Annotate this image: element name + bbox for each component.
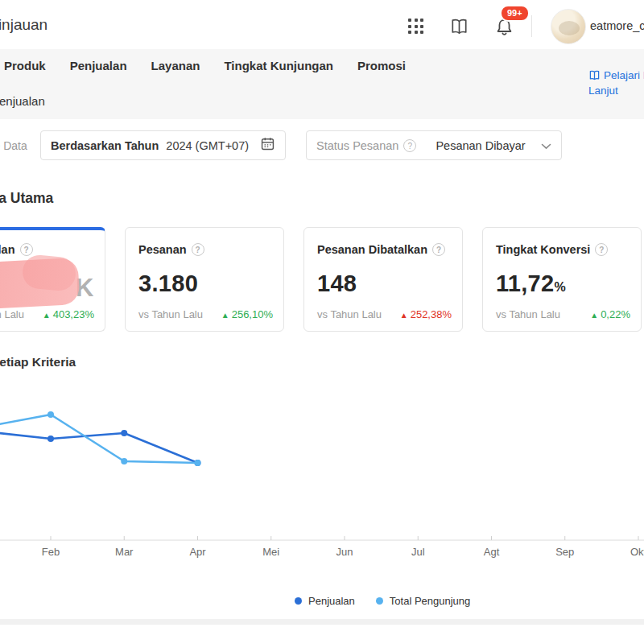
chart-svg: FebMarAprMeiJunJulAgtSepOkt bbox=[0, 378, 644, 564]
delta-value: ▲403,23% bbox=[43, 308, 94, 320]
page-title: Tinjauan bbox=[0, 16, 47, 34]
card-footer: vs Tahun Lalu ▲403,23% bbox=[0, 308, 94, 320]
svg-text:Apr: Apr bbox=[189, 546, 206, 558]
legend-label: Penjualan bbox=[308, 595, 355, 607]
learn-book-icon bbox=[588, 69, 601, 81]
redaction-marker bbox=[0, 258, 80, 311]
svg-text:Jul: Jul bbox=[411, 546, 425, 558]
chevron-down-icon bbox=[541, 138, 551, 153]
delta-text: 0,22% bbox=[601, 308, 630, 320]
delta-up-icon: ▲ bbox=[400, 311, 408, 320]
svg-text:Jun: Jun bbox=[336, 546, 353, 558]
section-title-data-utama: Data Utama bbox=[0, 190, 53, 207]
chart-legend: Penjualan Total Pengunjung bbox=[295, 595, 470, 607]
status-label: Status Pesanan bbox=[316, 139, 398, 152]
card-title-text: Pesanan bbox=[138, 243, 187, 256]
legend-dot-penjualan bbox=[295, 597, 302, 605]
avatar[interactable] bbox=[551, 9, 586, 44]
delta-text: 252,38% bbox=[411, 308, 452, 320]
tab-penjualan[interactable]: Penjualan bbox=[70, 59, 127, 72]
legend-dot-total-pengunjung bbox=[376, 597, 383, 605]
help-icon[interactable]: ? bbox=[432, 243, 445, 256]
vs-label: vs Tahun Lalu bbox=[496, 308, 560, 320]
nav-band: Produk Penjualan Layanan Tingkat Kunjung… bbox=[0, 49, 644, 119]
apps-grid-icon[interactable] bbox=[408, 19, 425, 35]
card-title-text: Penjualan bbox=[0, 243, 15, 256]
delta-up-icon: ▲ bbox=[590, 311, 598, 320]
status-help-icon[interactable]: ? bbox=[403, 139, 416, 152]
tab-produk[interactable]: Produk bbox=[4, 59, 46, 72]
metric-card-tingkat-konversi[interactable]: Tingkat Konversi ? 11,72% vs Tahun Lalu … bbox=[482, 227, 642, 332]
delta-up-icon: ▲ bbox=[43, 311, 51, 320]
card-value: 11,72% bbox=[496, 270, 566, 297]
svg-text:Mei: Mei bbox=[262, 546, 279, 558]
period-value: 2024 (GMT+07) bbox=[166, 139, 249, 152]
period-mode: Berdasarkan Tahun bbox=[51, 139, 159, 152]
tab-promosi[interactable]: Promosi bbox=[357, 59, 406, 72]
delta-value: ▲256,10% bbox=[221, 308, 273, 320]
topbar-divider bbox=[531, 15, 532, 37]
metric-card-penjualan[interactable]: Penjualan ? K vs Tahun Lalu ▲403,23% bbox=[0, 227, 105, 332]
delta-text: 256,10% bbox=[232, 308, 273, 320]
svg-text:Sep: Sep bbox=[555, 546, 574, 558]
section-divider bbox=[0, 619, 644, 625]
delta-value: ▲252,38% bbox=[400, 308, 452, 320]
screen: Tinjauan 99+ eatmore_c Produk Penjualan … bbox=[0, 0, 644, 644]
chart-section-title: Setiap Kriteria bbox=[0, 355, 76, 369]
status-value: Pesanan Dibayar bbox=[436, 139, 525, 152]
card-value-number: 11,72 bbox=[496, 270, 554, 296]
learn-more-link[interactable]: Pelajari Lebih Lanjut bbox=[588, 68, 644, 98]
delta-value: ▲0,22% bbox=[590, 308, 630, 320]
username[interactable]: eatmore_c bbox=[590, 19, 644, 32]
tab-tingkat-kunjungan[interactable]: Tingkat Kunjungan bbox=[224, 59, 333, 72]
delta-text: 403,23% bbox=[53, 308, 94, 320]
metric-card-pesanan[interactable]: Pesanan ? 3.180 vs Tahun Lalu ▲256,10% bbox=[125, 227, 284, 332]
notification-count-badge: 99+ bbox=[500, 5, 530, 22]
period-selector[interactable]: Berdasarkan Tahun 2024 (GMT+07) bbox=[40, 130, 286, 160]
card-value: 3.180 bbox=[138, 270, 198, 297]
card-value-unit: % bbox=[554, 280, 566, 294]
card-footer: vs Tahun Lalu ▲0,22% bbox=[496, 308, 630, 320]
card-title: Tingkat Konversi ? bbox=[496, 243, 608, 256]
card-title: Pesanan ? bbox=[138, 243, 204, 256]
card-title: Pesanan Dibatalkan ? bbox=[317, 243, 445, 256]
delta-up-icon: ▲ bbox=[221, 311, 229, 320]
period-data-label: Periode Data bbox=[0, 139, 27, 152]
card-footer: vs Tahun Lalu ▲252,38% bbox=[317, 308, 452, 320]
nav-tabs: Produk Penjualan Layanan Tingkat Kunjung… bbox=[4, 59, 406, 72]
help-icon[interactable]: ? bbox=[192, 243, 204, 256]
svg-text:Mar: Mar bbox=[115, 546, 134, 558]
help-icon[interactable]: ? bbox=[595, 243, 608, 256]
legend-item-penjualan[interactable]: Penjualan bbox=[295, 595, 355, 607]
svg-text:Feb: Feb bbox=[42, 546, 60, 558]
legend-item-total-pengunjung[interactable]: Total Pengunjung bbox=[376, 595, 470, 607]
calendar-icon bbox=[260, 136, 275, 155]
metric-card-pesanan-dibatalkan[interactable]: Pesanan Dibatalkan ? 148 vs Tahun Lalu ▲… bbox=[303, 227, 463, 332]
svg-text:Okt: Okt bbox=[630, 546, 644, 558]
legend-label: Total Pengunjung bbox=[390, 595, 470, 607]
vs-label: vs Tahun Lalu bbox=[0, 308, 24, 320]
vs-label: vs Tahun Lalu bbox=[317, 308, 382, 320]
card-title-text: Tingkat Konversi bbox=[496, 243, 590, 256]
vs-label: vs Tahun Lalu bbox=[138, 308, 203, 320]
tab-layanan[interactable]: Layanan bbox=[151, 59, 200, 72]
subpage-title: Penjualan bbox=[0, 94, 45, 108]
help-icon[interactable]: ? bbox=[20, 243, 33, 256]
order-status-selector[interactable]: Status Pesanan ? Pesanan Dibayar bbox=[306, 130, 562, 160]
comparison-line-chart: FebMarAprMeiJunJulAgtSepOkt bbox=[0, 378, 644, 564]
card-value: 148 bbox=[317, 270, 357, 297]
card-title-text: Pesanan Dibatalkan bbox=[317, 243, 427, 256]
svg-text:Agt: Agt bbox=[484, 546, 500, 558]
knowledge-book-icon[interactable] bbox=[449, 17, 469, 39]
card-footer: vs Tahun Lalu ▲256,10% bbox=[138, 308, 273, 320]
card-title: Penjualan ? bbox=[0, 243, 33, 256]
